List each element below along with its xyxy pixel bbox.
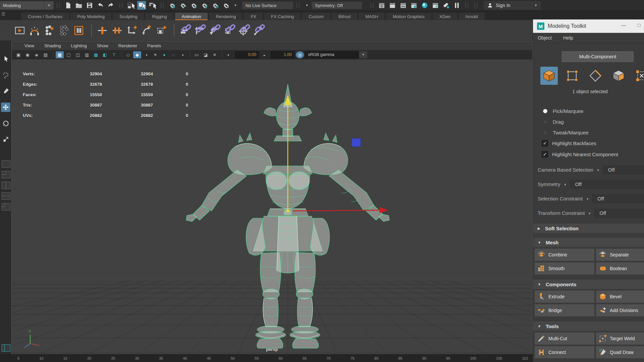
viewport-3d-view[interactable]: Y Verts:32904329040 Edges:32678326780 Fa… bbox=[12, 59, 532, 354]
layout-single-pane-icon[interactable] bbox=[2, 160, 10, 168]
extrude-button[interactable]: Extrude bbox=[534, 290, 595, 303]
bevel-button[interactable]: Bevel bbox=[596, 290, 644, 303]
shadows-icon[interactable]: ● bbox=[160, 51, 168, 58]
select-component-icon[interactable] bbox=[148, 1, 157, 10]
selection-constraint-value[interactable]: Off bbox=[592, 194, 644, 203]
smooth-button[interactable]: Smooth bbox=[534, 262, 595, 275]
chevron-down-icon[interactable]: ▼ bbox=[586, 197, 589, 201]
paint-select-tool-icon[interactable] bbox=[1, 86, 10, 96]
live-surface-dropdown-icon[interactable]: ▼ bbox=[303, 1, 311, 9]
set-key-icon[interactable] bbox=[96, 24, 109, 37]
viewport-menu-view[interactable]: View bbox=[24, 43, 34, 48]
bridge-button[interactable]: Bridge bbox=[534, 304, 595, 317]
combine-button[interactable]: Combine bbox=[534, 248, 595, 261]
motion-blur-icon[interactable]: ◑ bbox=[178, 51, 186, 58]
manipulator-center-handle[interactable] bbox=[286, 209, 289, 212]
section-components[interactable]: ▼ Components bbox=[533, 280, 644, 289]
face-mode-icon[interactable] bbox=[610, 67, 627, 85]
layout-two-pane-icon[interactable] bbox=[2, 182, 10, 189]
safe-title-icon[interactable]: T bbox=[110, 51, 118, 58]
quad-draw-button[interactable]: Quad Draw bbox=[596, 346, 644, 359]
unghost-icon[interactable] bbox=[58, 24, 70, 37]
snap-grid-icon[interactable] bbox=[168, 1, 176, 10]
snap-projected-center-icon[interactable] bbox=[200, 1, 209, 10]
radio-drag[interactable]: Drag bbox=[543, 116, 644, 127]
hypershade-icon[interactable] bbox=[420, 1, 429, 10]
contrast-field[interactable]: 1.00 bbox=[271, 51, 294, 58]
symmetry-value[interactable]: Off bbox=[570, 180, 644, 189]
gate-mask-icon[interactable]: ▥ bbox=[83, 51, 91, 58]
viewport-menu-lighting[interactable]: Lighting bbox=[71, 43, 87, 48]
section-mesh[interactable]: ▼ Mesh bbox=[533, 238, 644, 247]
open-scene-icon[interactable] bbox=[74, 1, 83, 10]
pole-vector-icon[interactable] bbox=[252, 24, 265, 37]
menu-set-selector[interactable]: Modeling bbox=[0, 1, 44, 10]
transform-constraint-value[interactable]: Off bbox=[594, 209, 644, 218]
multi-component-button[interactable]: Multi-Component bbox=[562, 51, 634, 62]
shelf-tab-fx[interactable]: FX bbox=[244, 12, 263, 20]
separate-button[interactable]: Separate bbox=[596, 248, 644, 261]
lock-camera-icon[interactable]: ◉ bbox=[23, 51, 32, 58]
manipulator-x-arrowhead[interactable] bbox=[379, 207, 388, 213]
select-object-icon[interactable] bbox=[137, 1, 146, 10]
motion-trail-icon[interactable] bbox=[28, 24, 41, 37]
layout-four-pane-icon[interactable] bbox=[2, 171, 10, 178]
set-keyframe-icon[interactable] bbox=[72, 24, 85, 37]
shelf-tab-curves-surfaces[interactable]: Curves / Surfaces bbox=[21, 12, 69, 20]
save-scene-icon[interactable] bbox=[85, 1, 94, 10]
color-management-icon[interactable]: ◎ bbox=[296, 51, 304, 58]
render-setup-icon[interactable] bbox=[431, 1, 440, 10]
viewport-menu-panels[interactable]: Panels bbox=[147, 43, 161, 48]
connect-button[interactable]: Connect bbox=[534, 346, 595, 359]
toolkit-menu-help[interactable]: Help bbox=[563, 35, 573, 41]
vertex-mode-icon[interactable] bbox=[564, 67, 581, 85]
checkbox-highlight-nearest-component[interactable]: Highlight Nearest Component bbox=[542, 149, 644, 160]
scale-tool-icon[interactable] bbox=[1, 135, 10, 144]
viewport-menu-shading[interactable]: Shading bbox=[44, 43, 61, 48]
menu-set-dropdown-icon[interactable]: ▼ bbox=[44, 1, 54, 10]
xray-icon[interactable]: ◪ bbox=[202, 51, 210, 58]
snap-options-dropdown-icon[interactable]: ▼ bbox=[231, 1, 240, 9]
shelf-tab-motion-graphics[interactable]: Motion Graphics bbox=[386, 12, 432, 20]
boolean-button[interactable]: Boolean bbox=[596, 262, 644, 275]
time-slider[interactable]: 5101520253035404550556065707580859095100… bbox=[0, 354, 533, 362]
radio-pick-marquee[interactable]: Pick/Marquee bbox=[543, 106, 644, 116]
wireframe-icon[interactable]: ◇ bbox=[124, 51, 132, 58]
render-view-icon[interactable] bbox=[377, 1, 386, 10]
move-key-curve-icon[interactable] bbox=[140, 24, 153, 37]
viewport-menu-show[interactable]: Show bbox=[97, 43, 108, 48]
multi-cut-button[interactable]: Multi-Cut bbox=[534, 332, 595, 345]
aim-constraint-icon[interactable] bbox=[237, 24, 250, 37]
shelf-menu-icon[interactable]: ☰ bbox=[1, 12, 5, 16]
chevron-down-icon[interactable]: ▼ bbox=[564, 183, 567, 186]
radio-tweak-marquee[interactable]: Tweak/Marquee bbox=[543, 127, 644, 138]
select-camera-icon[interactable]: ▣ bbox=[14, 51, 22, 58]
move-key-icon[interactable] bbox=[125, 24, 138, 37]
target-weld-button[interactable]: Target Weld bbox=[596, 332, 644, 345]
layout-hypergraph-icon[interactable] bbox=[2, 203, 10, 210]
snap-curve-icon[interactable] bbox=[178, 1, 187, 10]
safe-action-icon[interactable]: ◧ bbox=[101, 51, 109, 58]
point-constraint-icon[interactable] bbox=[193, 24, 206, 37]
bookmark-icon[interactable]: ◈ bbox=[33, 51, 41, 58]
set-key-translate-icon[interactable] bbox=[111, 24, 123, 37]
select-tool-icon[interactable] bbox=[1, 54, 10, 64]
render-settings-icon[interactable] bbox=[410, 1, 418, 10]
color-space-dropdown-icon[interactable]: ▼ bbox=[359, 51, 367, 58]
sign-in-dropdown-icon[interactable]: ▼ bbox=[534, 4, 537, 7]
viewport-menu-renderer[interactable]: Renderer bbox=[118, 43, 137, 48]
shaded-icon[interactable]: ◆ bbox=[133, 51, 141, 58]
exposure-field[interactable]: 0.00 bbox=[235, 51, 259, 58]
layout-persp-outliner-icon[interactable] bbox=[2, 192, 10, 200]
shelf-tab-animation[interactable]: Animation bbox=[175, 12, 208, 20]
section-soft-selection[interactable]: ▶ Soft Selection bbox=[533, 224, 644, 233]
image-plane-icon[interactable]: ▨ bbox=[42, 51, 50, 58]
snap-point-icon[interactable] bbox=[189, 1, 198, 10]
add-divisions-button[interactable]: Add Divisions bbox=[596, 304, 644, 317]
camera-based-selection-value[interactable]: Off bbox=[603, 166, 644, 174]
shelf-tab-fx-caching[interactable]: FX Caching bbox=[264, 12, 301, 20]
film-gate-icon[interactable]: ▢ bbox=[65, 51, 73, 58]
shelf-tab-xgen[interactable]: XGen bbox=[432, 12, 458, 20]
use-all-lights-icon[interactable]: ☀ bbox=[151, 51, 159, 58]
shelf-tab-rendering[interactable]: Rendering bbox=[209, 12, 243, 20]
